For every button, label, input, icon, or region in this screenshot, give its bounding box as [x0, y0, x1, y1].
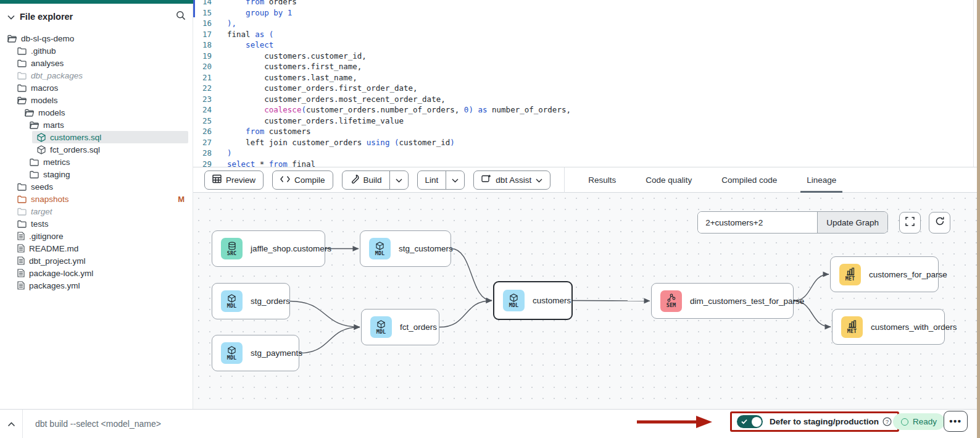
tree-item-tests[interactable]: tests [12, 217, 188, 230]
tree-item-macros[interactable]: macros [12, 82, 188, 94]
line-number: 29 [193, 159, 220, 168]
folder-icon [17, 220, 27, 228]
badge-type-label: MDL [509, 303, 518, 308]
update-graph-button[interactable]: Update Graph [817, 212, 887, 233]
tree-item-label: models [38, 108, 65, 117]
lineage-node-fct-orders[interactable]: MDLfct_orders [361, 309, 439, 345]
cube-icon [377, 320, 385, 329]
met-badge: MET [841, 316, 863, 338]
met-badge: MET [839, 264, 861, 285]
help-icon[interactable]: ? [882, 417, 892, 426]
tree-item-fct-orders-sql[interactable]: fct_orders.sql [32, 143, 188, 156]
annotation-arrow [637, 416, 712, 428]
folder-icon [30, 171, 39, 179]
folder-icon [17, 208, 27, 216]
code-editor[interactable]: 14 from orders15 group by 116),17final a… [193, 0, 980, 167]
compile-button[interactable]: Compile [272, 171, 333, 190]
lineage-node-stg-orders[interactable]: MDLstg_orders [212, 283, 290, 319]
defer-toggle[interactable] [737, 415, 763, 428]
code-icon [280, 175, 290, 185]
lineage-node-customers[interactable]: MDLcustomers [493, 281, 573, 320]
lineage-node-dim-customers-test-for-parse[interactable]: SEMdim_customers_test_for_parse [651, 283, 794, 319]
ready-label: Ready [913, 417, 937, 426]
tree-item-label: staging [43, 170, 70, 179]
node-label: customers_for_parse [869, 270, 947, 279]
tree-item--gitignore[interactable]: .gitignore [12, 230, 188, 242]
lineage-node-jaffle-shop-customers[interactable]: SRCjaffle_shop.customers [212, 230, 325, 267]
tab-compiled-code[interactable]: Compiled code [707, 167, 792, 193]
node-label: stg_orders [251, 297, 290, 306]
status-badge[interactable]: Ready [893, 413, 945, 430]
build-button[interactable]: Build [343, 171, 389, 189]
tree-item-seeds[interactable]: seeds [12, 180, 188, 193]
cube-icon [228, 346, 236, 355]
table-icon [212, 174, 222, 185]
tree-item-target[interactable]: target [12, 205, 188, 217]
tree-item-package-lock-yml[interactable]: package-lock.yml [12, 267, 188, 279]
lineage-node-customers-for-parse[interactable]: METcustomers_for_parse [830, 256, 939, 292]
refresh-graph-button[interactable] [929, 212, 950, 234]
tree-item-staging[interactable]: staging [25, 168, 188, 180]
tab-code-quality[interactable]: Code quality [631, 167, 707, 193]
tree-item-models[interactable]: models [20, 106, 188, 119]
code-line-29: 29select * from final [193, 159, 980, 168]
tree-item-readme-md[interactable]: README.md [12, 242, 188, 255]
model-icon [37, 145, 46, 154]
code-line-16: 16), [193, 18, 980, 29]
code-line-19: 19 customers.customer_id, [193, 51, 980, 62]
cube-icon [510, 293, 518, 302]
build-dropdown-button[interactable] [389, 171, 408, 189]
panel-collapse-button[interactable] [0, 418, 22, 429]
lineage-selector-input[interactable] [698, 212, 817, 233]
search-icon[interactable] [176, 11, 186, 23]
folder-icon [17, 195, 27, 203]
tree-item-dbt-project-yml[interactable]: dbt_project.yml [12, 255, 188, 267]
line-number: 16 [193, 18, 220, 29]
lineage-node-stg-payments[interactable]: MDLstg_payments [212, 335, 299, 371]
file-icon [17, 232, 25, 240]
code-line-28: 28) [193, 148, 980, 159]
tree-item-db-sl-qs-demo[interactable]: db-sl-qs-demo [2, 32, 188, 44]
mdl-badge: MDL [221, 342, 243, 364]
tree-item-label: models [31, 96, 58, 105]
tree-item-models[interactable]: models [12, 94, 188, 106]
lineage-node-customers-with-orders[interactable]: METcustomers_with_orders [832, 309, 945, 345]
edge-customers-to-dim_customers_test_for_parse [573, 301, 650, 301]
tab-results[interactable]: Results [573, 167, 631, 193]
tree-item-label: snapshots [31, 195, 69, 204]
dbt-assist-button[interactable]: dbt Assist [473, 171, 550, 190]
file-explorer-header: File explorer [0, 7, 193, 26]
db-icon [228, 242, 236, 250]
action-toolbar: Preview Compile Build Lint [193, 167, 980, 193]
tree-item-packages-yml[interactable]: packages.yml [12, 279, 188, 292]
tree-item-dbt-packages[interactable]: dbt_packages [12, 69, 188, 82]
lineage-node-stg-customers[interactable]: MDLstg_customers [360, 230, 451, 267]
file-icon [17, 244, 25, 253]
tree-item-analyses[interactable]: analyses [12, 57, 188, 69]
preview-button[interactable]: Preview [204, 171, 264, 190]
tree-item-customers-sql[interactable]: customers.sql [32, 131, 188, 143]
met-icon [846, 267, 855, 276]
tree-item--github[interactable]: .github [12, 44, 188, 57]
lineage-canvas[interactable]: SRCjaffle_shop.customersMDLstg_customers… [193, 193, 980, 409]
tab-lineage[interactable]: Lineage [792, 167, 851, 193]
code-line-15: 15 group by 1 [193, 7, 980, 19]
lint-button[interactable]: Lint [418, 171, 446, 189]
lint-dropdown-button[interactable] [446, 171, 464, 189]
build-button-label: Build [363, 175, 382, 185]
line-number: 27 [193, 137, 220, 148]
node-label: stg_customers [399, 244, 453, 253]
chevron-up-icon [7, 418, 15, 429]
cube-icon [376, 242, 384, 250]
tree-item-snapshots[interactable]: snapshotsM [12, 193, 188, 205]
result-tabs: Results Code quality Compiled code Linea… [573, 167, 851, 193]
fullscreen-button[interactable] [899, 212, 921, 234]
badge-type-label: MDL [227, 303, 236, 309]
badge-type-label: MET [845, 276, 855, 282]
collapse-chevron-icon[interactable] [7, 11, 15, 22]
more-options-button[interactable]: ••• [944, 411, 968, 432]
tree-item-metrics[interactable]: metrics [25, 156, 188, 168]
file-explorer-sidebar: File explorer db-sl-qs-demo.githubanalys… [0, 0, 193, 409]
tree-item-marts[interactable]: marts [25, 119, 188, 131]
editor-scrollbar-track[interactable] [973, 0, 974, 167]
